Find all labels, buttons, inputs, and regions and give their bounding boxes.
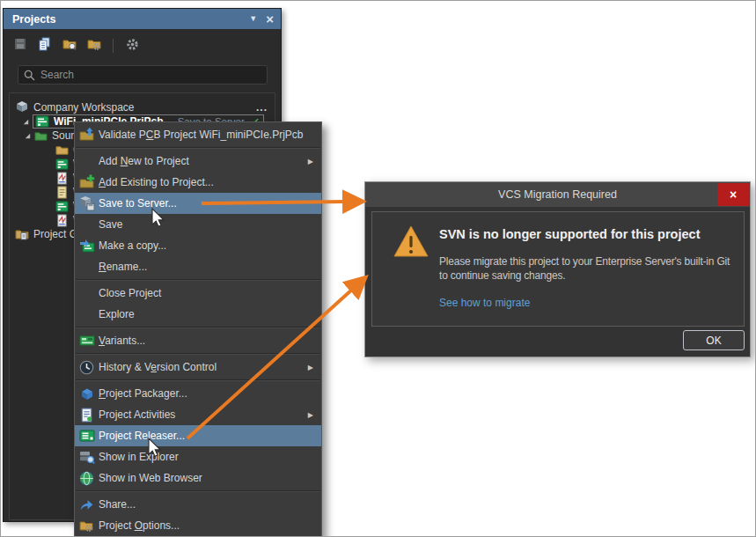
- menu-item-label: Close Project: [99, 287, 321, 299]
- workspace-cube-icon: [15, 100, 29, 114]
- panel-titlebar: Projects ▼ ×: [4, 9, 281, 29]
- toolbar-divider: [113, 39, 114, 53]
- menu-item-label: Validate PCB Project WiFi_miniPCIe.PrjPc…: [99, 129, 321, 141]
- menu-item-label: Show in Web Browser: [99, 472, 321, 484]
- open-project-button[interactable]: [62, 38, 77, 54]
- dialog-message-box: SVN is no longer supported for this proj…: [371, 211, 745, 327]
- screenshot-canvas: Projects ▼ × Company Workspace...WiFi_mi…: [0, 0, 756, 537]
- menu-item-label: Add New to Project: [99, 155, 308, 167]
- save-to-server-icon: [75, 195, 99, 211]
- dialog-close-button[interactable]: ×: [717, 183, 749, 206]
- menu-separator: [76, 279, 320, 281]
- save-document-button[interactable]: [12, 38, 28, 54]
- menu-separator: [76, 490, 320, 492]
- menu-item-label: Explore: [99, 308, 321, 320]
- menu-item-validate-pcb-project-wifi-minipcie-prjpcb[interactable]: Validate PCB Project WiFi_miniPCIe.PrjPc…: [75, 124, 321, 145]
- menu-item-label: Rename...: [99, 261, 321, 273]
- history-icon: [75, 360, 99, 375]
- tree-row-workspace[interactable]: Company Workspace...: [10, 100, 275, 114]
- menu-item-label: Save: [99, 218, 321, 231]
- project-group-label: Project G: [33, 228, 77, 240]
- menu-item-project-activities[interactable]: Project Activities▶: [75, 404, 321, 425]
- releaser-icon: [75, 428, 99, 444]
- expand-triangle-icon[interactable]: [22, 118, 30, 126]
- pcb-doc-icon: [55, 158, 69, 171]
- warning-icon: [393, 225, 429, 258]
- dialog-title: VCS Migration Required: [498, 188, 617, 201]
- menu-item-save[interactable]: Save: [75, 214, 321, 235]
- folder-search-icon: [62, 37, 77, 55]
- menu-separator: [76, 327, 320, 328]
- panel-title: Projects: [12, 13, 240, 26]
- menu-item-label: Share...: [99, 498, 321, 511]
- menu-item-close-project[interactable]: Close Project: [75, 283, 321, 304]
- menu-item-project-packager[interactable]: Project Packager...: [75, 383, 321, 404]
- show-explorer-icon: [75, 449, 99, 465]
- schematic-doc-icon: [55, 172, 69, 185]
- menu-item-label: Show in Explorer: [99, 451, 321, 463]
- menu-item-label: Project Packager...: [99, 387, 321, 400]
- menu-item-variants[interactable]: Variants...: [75, 330, 321, 351]
- search-icon: [24, 70, 35, 81]
- folder-yellow-icon: [55, 143, 69, 157]
- panel-settings-button[interactable]: [124, 38, 140, 54]
- project-group-icon: [15, 227, 29, 241]
- add-existing-icon: [75, 174, 99, 190]
- menu-item-project-releaser[interactable]: Project Releaser...: [75, 425, 321, 446]
- vcs-migration-dialog: VCS Migration Required × SVN is no longe…: [364, 181, 751, 357]
- gear-icon: [125, 37, 140, 55]
- ok-button[interactable]: OK: [683, 330, 745, 350]
- menu-item-label: Add Existing to Project...: [99, 176, 321, 188]
- menu-item-label: Save to Server...: [99, 197, 321, 210]
- search-input[interactable]: [40, 69, 261, 81]
- menu-item-project-options[interactable]: Project Options...: [75, 515, 321, 536]
- menu-item-label: Make a copy...: [99, 239, 321, 252]
- menu-separator: [76, 379, 320, 381]
- expand-triangle-icon[interactable]: [24, 132, 32, 140]
- menu-item-explore[interactable]: Explore: [75, 304, 321, 325]
- pcb-doc-icon: [55, 200, 69, 213]
- menu-item-show-in-explorer[interactable]: Show in Explorer: [75, 446, 321, 467]
- share-icon: [75, 497, 99, 512]
- project-chip-icon: [35, 114, 49, 129]
- dialog-body: Please migrate this project to your Ente…: [439, 254, 730, 283]
- schematic-doc-icon: [55, 214, 69, 227]
- menu-item-show-in-web-browser[interactable]: Show in Web Browser: [75, 467, 321, 489]
- chevron-down-icon[interactable]: ▼: [249, 15, 257, 23]
- validate-project-icon: [75, 127, 99, 143]
- floppy-icon: [13, 37, 27, 55]
- menu-item-history-version-control[interactable]: History & Version Control▶: [75, 357, 321, 378]
- see-how-to-migrate-link[interactable]: See how to migrate: [439, 297, 530, 309]
- folder-settings-icon: [75, 519, 99, 533]
- menu-item-label: History & Version Control: [99, 361, 308, 373]
- submenu-arrow-icon: ▶: [308, 158, 321, 166]
- submenu-arrow-icon: ▶: [308, 411, 321, 419]
- tree-item-label: Sour: [52, 129, 74, 142]
- copy-documents-button[interactable]: [37, 38, 53, 54]
- menu-separator: [76, 147, 320, 149]
- menu-item-rename[interactable]: Rename...: [75, 256, 321, 277]
- folder-green-icon: [34, 129, 48, 143]
- dialog-heading: SVN is no longer supported for this proj…: [439, 227, 700, 241]
- menu-item-make-a-copy[interactable]: Make a copy...: [75, 235, 321, 256]
- folder-settings-icon: [87, 37, 101, 55]
- dialog-body-line: to continue saving changes.: [439, 268, 730, 283]
- menu-item-label: Project Activities: [99, 408, 308, 421]
- dialog-titlebar: VCS Migration Required ×: [365, 182, 750, 207]
- activities-icon: [75, 408, 99, 423]
- workspace-label: Company Workspace: [33, 101, 135, 114]
- context-menu: Validate PCB Project WiFi_miniPCIe.PrjPc…: [74, 121, 322, 537]
- menu-item-label: Project Options...: [99, 519, 321, 532]
- project-file-settings-button[interactable]: [86, 38, 102, 54]
- workspace-more-button[interactable]: ...: [256, 101, 268, 114]
- menu-item-share[interactable]: Share...: [75, 494, 321, 515]
- search-box: [18, 65, 268, 85]
- menu-separator: [76, 353, 320, 355]
- menu-item-add-existing-to-project[interactable]: Add Existing to Project...: [75, 172, 321, 193]
- packager-icon: [75, 386, 99, 401]
- menu-item-add-new-to-project[interactable]: Add New to Project▶: [75, 151, 321, 172]
- text-doc-icon: [55, 186, 69, 199]
- menu-item-save-to-server[interactable]: Save to Server...: [75, 193, 321, 214]
- web-browser-icon: [75, 471, 99, 486]
- panel-close-icon[interactable]: ×: [266, 12, 274, 26]
